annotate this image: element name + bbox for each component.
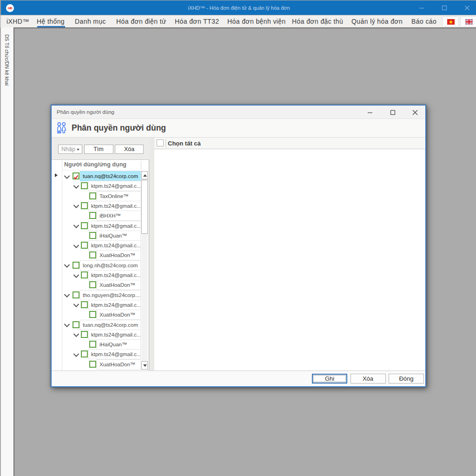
svg-text:★: ★ (449, 19, 453, 25)
